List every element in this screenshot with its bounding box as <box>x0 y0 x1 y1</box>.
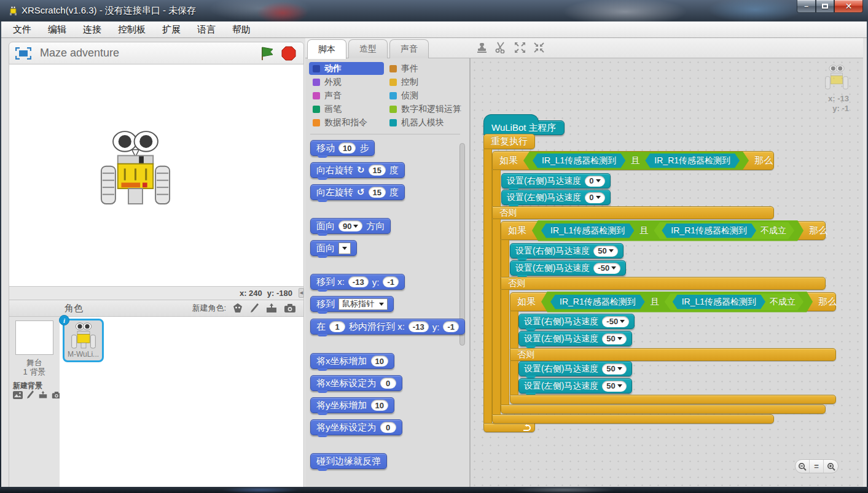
menu-item-board[interactable]: 控制板 <box>118 24 146 36</box>
speed-dropdown[interactable]: 0 <box>585 192 604 203</box>
set-right-motor-block[interactable]: 设置(右侧)马达速度 50 <box>518 361 632 376</box>
paint-new-sprite-icon[interactable] <box>249 303 259 314</box>
speed-dropdown[interactable]: -50 <box>602 316 629 327</box>
speed-dropdown[interactable]: 50 <box>602 363 626 375</box>
block-set-x[interactable]: 将x坐标设定为 0 <box>310 375 402 391</box>
green-flag-button[interactable] <box>260 46 275 61</box>
speed-dropdown[interactable]: 0 <box>585 176 604 187</box>
set-right-motor-block[interactable]: 设置(右侧)马达速度 -50 <box>518 314 635 329</box>
tab-costumes[interactable]: 造型 <box>348 39 388 58</box>
presentation-mode-icon[interactable] <box>15 47 31 60</box>
block-set-y[interactable]: 将y坐标设定为 0 <box>310 419 402 435</box>
category-robot[interactable]: 机器人模块 <box>386 116 448 129</box>
category-motion[interactable]: 动作 <box>309 62 384 75</box>
tab-sounds[interactable]: 声音 <box>389 39 429 58</box>
title-bar[interactable]: XRScratch(v1.6.3) - 没有连接串口 - 未保存 – ✕ <box>0 0 868 21</box>
point-target-dropdown[interactable] <box>338 243 351 254</box>
sensor-ir-l1[interactable]: IR_L1传感器检测到 <box>673 295 765 309</box>
speed-dropdown[interactable]: 50 <box>602 381 626 392</box>
category-sound[interactable]: 声音 <box>309 89 345 102</box>
y-input[interactable]: -1 <box>383 276 399 287</box>
menu-item-file[interactable]: 文件 <box>13 24 31 36</box>
y-input[interactable]: -1 <box>443 321 459 332</box>
script-area[interactable]: x: -13 y: -1 WuLiBot 主程序 重复执行 如果 IR_L1传感… <box>470 58 863 487</box>
palette-scrollbar[interactable] <box>459 143 465 346</box>
speed-dropdown[interactable]: 50 <box>602 333 626 344</box>
category-events[interactable]: 事件 <box>386 62 422 75</box>
delete-scissors-icon[interactable] <box>495 42 507 53</box>
if-block-3-header[interactable]: 如果 IR_R1传感器检测到 且 IR_L1传感器检测到 不成立 那么 <box>510 292 836 311</box>
menu-item-extensions[interactable]: 扩展 <box>162 24 181 36</box>
set-right-motor-block[interactable]: 设置(右侧)马达速度 0 <box>501 173 611 188</box>
menu-item-help[interactable]: 帮助 <box>232 24 251 36</box>
sensor-ir-l1[interactable]: IR_L1传感器检测到 <box>541 223 634 238</box>
block-turn-left[interactable]: 向左旋转 ↺ 15 度 <box>310 184 405 200</box>
set-left-motor-block[interactable]: 设置(左侧)马达速度 -50 <box>510 260 626 276</box>
zoom-reset-button[interactable]: = <box>810 460 824 473</box>
tab-scripts[interactable]: 脚本 <box>307 39 346 59</box>
speed-dropdown[interactable]: -50 <box>593 263 620 274</box>
x-input[interactable]: -13 <box>348 276 369 287</box>
stage-thumbnail[interactable] <box>15 320 53 355</box>
sprite-info-icon[interactable]: i <box>59 315 69 325</box>
block-change-y[interactable]: 将y坐标增加 10 <box>310 397 394 413</box>
if-block-1-header[interactable]: 如果 IR_L1传感器检测到 且 IR_R1传感器检测到 那么 <box>492 151 774 170</box>
category-looks[interactable]: 外观 <box>309 76 345 88</box>
sensor-ir-r1[interactable]: IR_R1传感器检测到 <box>550 295 645 309</box>
upload-backdrop-icon[interactable] <box>38 390 48 399</box>
block-glide[interactable]: 在 1 秒内滑行到 x: -13 y: -1 <box>310 319 465 335</box>
category-operators[interactable]: 数字和逻辑运算 <box>386 103 465 115</box>
seconds-input[interactable]: 1 <box>329 321 345 332</box>
duplicate-stamp-icon[interactable] <box>476 42 488 53</box>
and-operator[interactable]: IR_L1传感器检测到 且 IR_R1传感器检测到 不成立 <box>532 220 803 241</box>
block-move-steps[interactable]: 移动 10 步 <box>310 140 375 156</box>
robot-sprite[interactable] <box>100 130 171 207</box>
block-point-direction[interactable]: 面向 90 方向 <box>310 218 391 234</box>
steps-input[interactable]: 10 <box>338 142 356 153</box>
sensor-ir-l1[interactable]: IR_L1传感器检测到 <box>533 153 625 168</box>
block-turn-right[interactable]: 向右旋转 ↻ 15 度 <box>310 162 405 178</box>
not-operator[interactable]: IR_R1传感器检测到 不成立 <box>654 222 794 239</box>
category-data[interactable]: 数据和指令 <box>309 116 371 129</box>
y-input[interactable]: 0 <box>380 422 396 433</box>
block-goto-xy[interactable]: 移到 x: -13 y: -1 <box>310 274 405 290</box>
block-point-towards[interactable]: 面向 <box>310 240 357 256</box>
sensor-ir-r1[interactable]: IR_R1传感器检测到 <box>645 153 740 168</box>
x-input[interactable]: 0 <box>380 378 396 389</box>
paint-backdrop-icon[interactable] <box>26 390 34 399</box>
menu-item-connect[interactable]: 连接 <box>83 24 101 36</box>
and-operator[interactable]: IR_R1传感器检测到 且 IR_L1传感器检测到 不成立 <box>541 292 813 312</box>
stage-canvas[interactable] <box>9 64 304 287</box>
category-sensing[interactable]: 侦测 <box>386 89 422 102</box>
dy-input[interactable]: 10 <box>371 400 388 411</box>
set-left-motor-block[interactable]: 设置(左侧)马达速度 50 <box>518 378 632 394</box>
dx-input[interactable]: 10 <box>371 355 388 367</box>
zoom-out-button[interactable] <box>796 460 810 473</box>
shrink-sprite-icon[interactable] <box>533 42 545 53</box>
stop-button[interactable] <box>281 46 296 61</box>
grow-sprite-icon[interactable] <box>514 42 526 53</box>
speed-dropdown[interactable]: 50 <box>593 246 617 257</box>
category-pen[interactable]: 画笔 <box>309 103 345 115</box>
hat-block-main-program[interactable]: WuLiBot 主程序 <box>483 120 565 135</box>
set-left-motor-block[interactable]: 设置(左侧)马达速度 0 <box>501 190 611 205</box>
sprite-tile-wulibot[interactable]: i M-WuLi... <box>63 319 104 362</box>
close-button[interactable]: ✕ <box>834 0 863 13</box>
set-right-motor-block[interactable]: 设置(右侧)马达速度 50 <box>510 243 624 258</box>
menu-item-language[interactable]: 语言 <box>197 24 216 36</box>
minimize-button[interactable]: – <box>797 0 816 13</box>
block-goto-target[interactable]: 移到 鼠标指针 <box>310 296 394 312</box>
backdrop-library-icon[interactable] <box>13 391 23 399</box>
block-change-x[interactable]: 将x坐标增加 10 <box>310 353 394 369</box>
camera-sprite-icon[interactable] <box>284 303 296 313</box>
degrees-input[interactable]: 15 <box>369 187 386 198</box>
and-operator[interactable]: IR_L1传感器检测到 且 IR_R1传感器检测到 <box>523 152 749 170</box>
category-control[interactable]: 控制 <box>386 76 422 88</box>
goto-target-dropdown[interactable]: 鼠标指针 <box>338 298 388 310</box>
degrees-input[interactable]: 15 <box>369 165 386 176</box>
menu-item-edit[interactable]: 编辑 <box>48 24 66 36</box>
stage-collapse-arrow[interactable]: ◀ <box>299 288 304 298</box>
maximize-button[interactable] <box>816 0 834 13</box>
zoom-in-button[interactable] <box>824 460 838 473</box>
upload-sprite-icon[interactable] <box>265 303 278 314</box>
